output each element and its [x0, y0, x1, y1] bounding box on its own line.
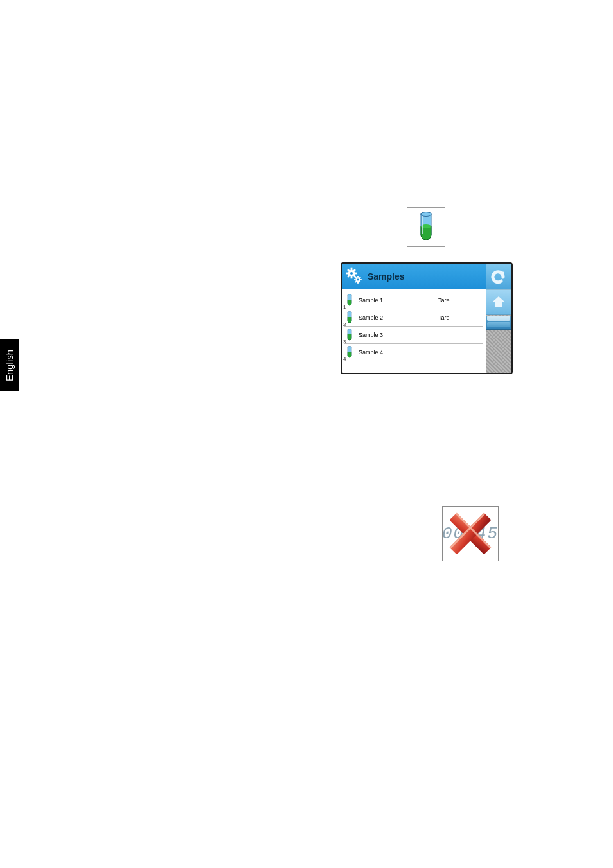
- language-tab: English: [0, 339, 19, 391]
- double-gear-icon: [346, 267, 364, 285]
- settings-button[interactable]: [342, 264, 368, 289]
- svg-rect-4: [351, 268, 353, 270]
- language-label: English: [4, 349, 15, 381]
- sample-name: Sample 1: [359, 297, 438, 303]
- sample-name: Sample 3: [359, 332, 438, 338]
- red-x-icon: [448, 511, 493, 556]
- sample-name: Sample 2: [359, 314, 438, 321]
- sample-name: Sample 4: [359, 349, 438, 356]
- test-tube-icon: [420, 211, 432, 243]
- scrollbar-thumb-top: [487, 316, 510, 321]
- samples-title: Samples: [368, 271, 405, 282]
- sample-row[interactable]: 4 Sample 4: [344, 344, 483, 361]
- cancel-timer-button[interactable]: 00:45: [442, 506, 499, 561]
- test-tube-button[interactable]: [407, 207, 445, 247]
- sample-row[interactable]: 2 Sample 2 Tare: [344, 309, 483, 327]
- sample-tare: Tare: [438, 297, 483, 303]
- home-icon: [491, 294, 506, 310]
- samples-list: 1 Sample 1 Tare 2 Sample 2 Tare 3: [342, 289, 486, 373]
- svg-rect-14: [357, 276, 359, 277]
- scrollbar[interactable]: [486, 316, 511, 330]
- samples-header: Samples: [342, 264, 511, 289]
- back-button[interactable]: [486, 264, 511, 289]
- svg-rect-20: [354, 279, 355, 280]
- svg-point-12: [350, 272, 353, 275]
- sample-index: 4: [343, 356, 346, 362]
- sample-row[interactable]: 1 Sample 1 Tare: [344, 292, 483, 309]
- svg-rect-10: [346, 273, 348, 275]
- undo-arrow-icon: [490, 268, 507, 285]
- sample-tare: Tare: [438, 314, 483, 321]
- samples-sidebar: [486, 289, 511, 373]
- page-root: English: [0, 0, 613, 868]
- svg-rect-6: [355, 273, 357, 275]
- svg-rect-16: [360, 279, 362, 280]
- svg-rect-8: [351, 276, 353, 278]
- svg-rect-18: [357, 282, 359, 284]
- scrollbar-thumb-bottom: [487, 322, 510, 327]
- home-button[interactable]: [486, 289, 511, 315]
- svg-point-22: [357, 279, 359, 281]
- sample-row[interactable]: 3 Sample 3: [344, 327, 483, 344]
- samples-dialog: Samples 1: [341, 262, 513, 374]
